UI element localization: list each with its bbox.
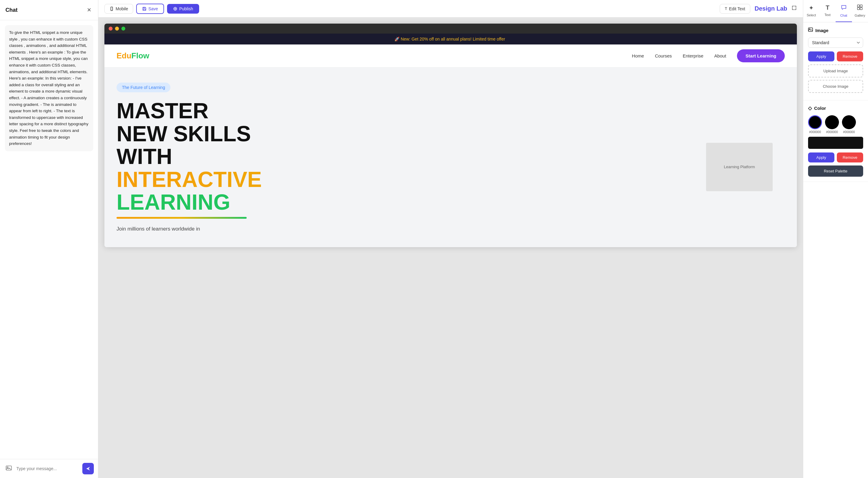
hero-image: Learning Platform	[706, 143, 773, 191]
logo-edu: Edu	[117, 51, 131, 60]
right-panel: ✦ Select T Text Chat	[803, 0, 868, 478]
gallery-icon	[857, 4, 863, 12]
site-logo: EduFlow	[117, 51, 149, 61]
canvas-area: 🚀 New: Get 20% off on all annual plans! …	[98, 18, 803, 478]
reset-palette-button[interactable]: Reset Palette	[808, 165, 863, 177]
chat-input[interactable]	[17, 466, 79, 471]
chat-title: Chat	[5, 7, 18, 13]
color-swatch-3[interactable]	[842, 115, 856, 129]
image-section-icon	[808, 27, 813, 33]
site-nav-links: Home Courses Enterprise About	[632, 53, 726, 58]
image-section-title: Image	[808, 27, 863, 33]
chat-send-button[interactable]	[82, 463, 94, 474]
color-swatch-1[interactable]	[808, 115, 822, 129]
hero-badge: The Future of Learning	[117, 83, 170, 92]
site-cta-button[interactable]: Start Learning	[737, 49, 785, 62]
hero-title-learning: LEARNING	[117, 191, 785, 214]
text-icon: T	[826, 4, 829, 11]
mobile-button[interactable]: Mobile	[104, 4, 133, 13]
browser-chrome	[104, 24, 797, 34]
svg-rect-7	[858, 5, 860, 7]
chat-message: To give the HTML snippet a more unique s…	[5, 25, 93, 151]
color-swatch-2-wrap: #000000	[825, 115, 839, 134]
color-apply-button[interactable]: Apply	[808, 153, 834, 162]
site-nav: EduFlow Home Courses Enterprise About St…	[104, 44, 797, 67]
hero-title-interactive: INTERACTIVE	[117, 168, 785, 191]
design-lab-title: Design Lab	[754, 5, 787, 12]
browser-frame: 🚀 New: Get 20% off on all annual plans! …	[104, 24, 797, 247]
color-bar	[808, 137, 863, 149]
svg-rect-11	[808, 28, 813, 31]
color-action-row: Apply Remove	[808, 153, 863, 162]
select-icon: ✦	[809, 4, 814, 11]
nav-link-enterprise[interactable]: Enterprise	[683, 53, 703, 58]
toolbar-text[interactable]: T Text	[819, 0, 836, 22]
browser-dot-green	[121, 27, 125, 31]
toolbar-gallery[interactable]: Gallery	[852, 0, 868, 22]
hero-title-line1: MASTER NEW SKILLS WITH INTERACTIVE LEARN…	[117, 99, 785, 214]
image-apply-button[interactable]: Apply	[808, 52, 834, 61]
edit-text-button[interactable]: T Edit Text	[720, 4, 750, 13]
color-remove-button[interactable]: Remove	[837, 153, 863, 162]
chat-header: Chat ✕	[0, 0, 98, 20]
image-section: Image Standard Wide Full Thumbnail Apply…	[803, 22, 868, 100]
expand-button[interactable]	[792, 5, 797, 12]
choose-image-button[interactable]: Choose Image	[808, 80, 863, 93]
top-bar: Mobile Save Publish T	[98, 0, 803, 18]
svg-rect-5	[144, 7, 145, 8]
nav-link-courses[interactable]: Courses	[655, 53, 672, 58]
middle-section: Mobile Save Publish T	[98, 0, 803, 478]
svg-rect-10	[860, 7, 862, 10]
publish-button[interactable]: Publish	[167, 4, 199, 13]
chat-image-upload-button[interactable]	[4, 464, 13, 474]
image-remove-button[interactable]: Remove	[837, 52, 863, 61]
browser-dot-yellow	[115, 27, 119, 31]
top-bar-left: Mobile Save Publish	[104, 4, 199, 14]
color-section-icon: ◇	[808, 105, 812, 111]
image-style-dropdown[interactable]: Standard Wide Full Thumbnail	[808, 37, 863, 48]
upload-image-button[interactable]: Upload Image	[808, 64, 863, 77]
color-section-title: ◇ Color	[808, 105, 863, 111]
toolbar-chat[interactable]: Chat	[836, 0, 852, 22]
color-swatch-3-wrap: #000000	[842, 115, 856, 134]
chat-close-button[interactable]: ✕	[86, 5, 93, 14]
site-banner: 🚀 New: Get 20% off on all annual plans! …	[104, 34, 797, 44]
svg-rect-8	[860, 5, 862, 7]
top-bar-right: T Edit Text Design Lab	[720, 4, 797, 13]
browser-dot-red	[108, 27, 113, 31]
chat-messages: To give the HTML snippet a more unique s…	[0, 20, 98, 459]
hero-gradient-bar	[117, 217, 247, 219]
color-swatch-1-wrap: #000000	[808, 115, 822, 134]
color-swatches: #000000 #000000 #000000	[808, 115, 863, 134]
logo-flow: Flow	[131, 51, 149, 60]
svg-rect-4	[144, 9, 145, 10]
chat-input-area	[0, 459, 98, 478]
nav-link-home[interactable]: Home	[632, 53, 644, 58]
color-label-2: #000000	[826, 130, 838, 134]
chat-panel: Chat ✕ To give the HTML snippet a more u…	[0, 0, 98, 478]
chat-icon	[841, 4, 847, 12]
color-swatch-2[interactable]	[825, 115, 839, 129]
right-toolbar: ✦ Select T Text Chat	[803, 0, 868, 22]
image-action-row: Apply Remove	[808, 52, 863, 61]
toolbar-select[interactable]: ✦ Select	[803, 0, 819, 22]
site-hero: The Future of Learning MASTER NEW SKILLS…	[104, 67, 797, 247]
color-label-3: #000000	[843, 130, 855, 134]
save-button[interactable]: Save	[136, 4, 164, 14]
nav-link-about[interactable]: About	[714, 53, 726, 58]
color-section: ◇ Color #000000 #000000 #000000 Apply Re…	[803, 100, 868, 182]
svg-rect-9	[858, 7, 860, 10]
hero-subtitle: Join millions of learners worldwide in	[117, 226, 785, 232]
color-label-1: #000000	[809, 130, 821, 134]
